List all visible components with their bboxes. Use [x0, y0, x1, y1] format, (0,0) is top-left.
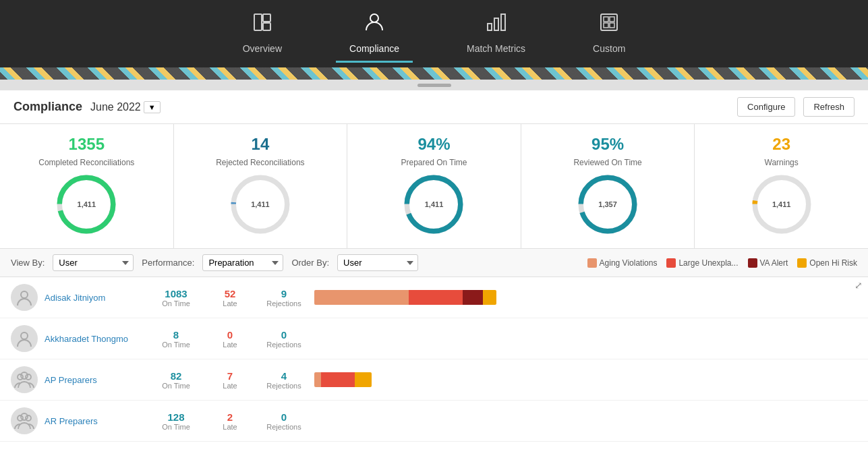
nav-overview[interactable]: Overview [229, 5, 295, 63]
rejections-label: Rejections [260, 299, 308, 308]
rejections-value: 4 [260, 370, 308, 382]
late-label: Late [206, 382, 254, 390]
metric-prepared[interactable]: 94% Prepared On Time 1,411 [347, 124, 521, 248]
hirisk-bar [483, 290, 496, 305]
svg-rect-4 [488, 24, 492, 30]
va-bar [463, 290, 483, 305]
match-metrics-label: Match Metrics [467, 43, 525, 54]
user-name[interactable]: AR Preparers [45, 416, 146, 426]
late-label: Late [206, 341, 254, 349]
legend-aging: Aging Violations [587, 258, 658, 268]
rejected-donut: 1,411 [230, 174, 291, 235]
hirisk-bar [355, 372, 372, 387]
prepared-donut: 1,411 [403, 174, 464, 235]
late-stat: 52 Late [206, 288, 254, 308]
top-navigation: Overview Compliance Match Metrics [0, 0, 868, 67]
hirisk-label: Open Hi Risk [809, 258, 857, 268]
svg-rect-11 [610, 23, 614, 28]
late-stat: 0 Late [206, 329, 254, 349]
drag-handle-bar [417, 84, 451, 87]
overview-label: Overview [243, 43, 282, 54]
warnings-donut: 1,411 [751, 174, 812, 235]
large-dot [666, 258, 676, 268]
metrics-row: 1355 Completed Reconciliations 1,411 14 … [0, 124, 868, 249]
large-label: Large Unexpla... [678, 258, 738, 268]
compliance-label: Compliance [349, 43, 399, 54]
metric-rejected[interactable]: 14 Rejected Reconciliations 1,411 [174, 124, 348, 248]
table-row[interactable]: Akkharadet Thongmo 8 On Time 0 Late 0 Re… [0, 318, 868, 359]
svg-rect-2 [263, 23, 270, 30]
svg-rect-6 [501, 14, 505, 30]
rejected-center: 1,411 [251, 200, 270, 208]
performance-select[interactable]: Preparation Review Approval [202, 254, 283, 271]
decorative-strip [0, 67, 868, 80]
on-time-stat: 82 On Time [152, 370, 200, 390]
late-value: 7 [206, 370, 254, 382]
warnings-center: 1,411 [772, 200, 791, 208]
metric-completed[interactable]: 1355 Completed Reconciliations 1,411 [0, 124, 174, 248]
svg-rect-8 [604, 17, 608, 22]
user-name[interactable]: Akkharadet Thongmo [45, 334, 146, 344]
table-row[interactable]: Adisak Jitniyom 1083 On Time 52 Late 9 R… [0, 277, 868, 318]
late-value: 52 [206, 288, 254, 299]
rejections-label: Rejections [260, 382, 308, 390]
svg-rect-10 [604, 23, 608, 28]
svg-rect-9 [610, 17, 614, 22]
nav-match-metrics[interactable]: Match Metrics [453, 5, 539, 63]
large-bar [321, 372, 355, 387]
metric-warnings[interactable]: 23 Warnings 1,411 [695, 124, 868, 248]
bar-section [314, 290, 857, 305]
on-time-stat: 128 On Time [152, 411, 200, 431]
late-value: 2 [206, 411, 254, 423]
view-by-select[interactable]: User Group Department [53, 254, 134, 271]
nav-custom[interactable]: Custom [579, 5, 639, 63]
rejections-label: Rejections [260, 423, 308, 431]
user-name[interactable]: AP Preparers [45, 375, 146, 385]
completed-label: Completed Reconciliations [38, 158, 134, 167]
aging-bar [314, 372, 321, 387]
late-stat: 2 Late [206, 411, 254, 431]
legend-hirisk: Open Hi Risk [797, 258, 857, 268]
completed-donut: 1,411 [56, 174, 117, 235]
prepared-label: Prepared On Time [401, 158, 467, 167]
configure-button[interactable]: Configure [737, 97, 795, 117]
expand-icon[interactable]: ⤢ [849, 277, 868, 293]
warnings-value: 23 [772, 135, 790, 154]
drag-handle[interactable] [0, 80, 868, 90]
rejections-stat: 4 Rejections [260, 370, 308, 390]
svg-point-22 [21, 291, 28, 298]
on-time-value: 128 [152, 411, 200, 423]
completed-value: 1355 [69, 135, 105, 154]
rejections-stat: 9 Rejections [260, 288, 308, 308]
nav-compliance[interactable]: Compliance [336, 5, 413, 63]
metric-reviewed[interactable]: 95% Reviewed On Time 1,357 [521, 124, 695, 248]
overview-icon [252, 11, 273, 38]
on-time-label: On Time [152, 341, 200, 349]
table-row[interactable]: AR Preparers 128 On Time 2 Late 0 Reject… [0, 401, 868, 442]
rejections-stat: 0 Rejections [260, 329, 308, 349]
custom-icon [598, 11, 620, 38]
prepared-center: 1,411 [425, 200, 444, 208]
page-title: Compliance [13, 100, 82, 114]
table-row[interactable]: AP Preparers 82 On Time 7 Late 4 Rejecti… [0, 359, 868, 401]
late-stat: 7 Late [206, 370, 254, 390]
rejections-value: 9 [260, 288, 308, 299]
on-time-value: 82 [152, 370, 200, 382]
hirisk-dot [797, 258, 807, 268]
avatar [11, 366, 38, 393]
refresh-button[interactable]: Refresh [803, 97, 855, 117]
view-by-label: View By: [11, 258, 45, 268]
on-time-label: On Time [152, 382, 200, 390]
user-name[interactable]: Adisak Jitniyom [45, 293, 146, 303]
date-dropdown-button[interactable]: ▼ [144, 101, 161, 113]
svg-point-3 [370, 14, 378, 22]
aging-dot [587, 258, 597, 268]
date-selector[interactable]: June 2022 ▼ [90, 101, 161, 113]
va-dot [748, 258, 757, 268]
reviewed-label: Reviewed On Time [573, 158, 641, 167]
reviewed-donut: 1,357 [577, 174, 638, 235]
order-by-select[interactable]: User On Time Late [337, 254, 418, 271]
rejections-label: Rejections [260, 341, 308, 349]
order-by-label: Order By: [291, 258, 329, 268]
aging-label: Aging Violations [600, 258, 658, 268]
